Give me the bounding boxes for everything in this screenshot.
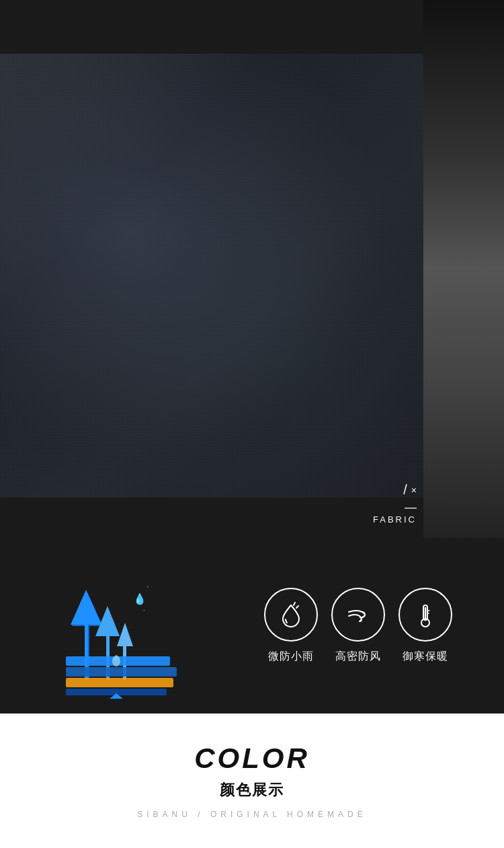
rain-icon [276,600,306,629]
fabric-label-decoration: / × [373,482,417,498]
color-title: COLOR [194,742,310,775]
features-svg: 💧 · · [52,552,200,700]
fabric-section: / × — FABRIC [0,0,504,538]
fabric-layers-illustration: 💧 · · [52,552,200,700]
fabric-texture-main [0,54,430,498]
feature-icons-group: 微防小雨 高密防风 [264,588,452,664]
color-subtitle: 颜色展示 [220,780,284,800]
warm-icon-circle [398,588,452,642]
feature-item-wind: 高密防风 [331,588,385,664]
wind-icon-circle [331,588,385,642]
fabric-label: / × — FABRIC [373,482,417,525]
svg-text:·: · [143,607,145,614]
thermometer-icon [411,600,440,629]
feature-item-rain: 微防小雨 [264,588,318,664]
brand-text: SIBANU / ORIGINAL HOMEMADE [137,810,367,819]
fabric-dash: — [373,500,417,514]
fabric-texture-side [423,0,504,538]
svg-text:💧: 💧 [133,592,146,605]
fabric-text: FABRIC [373,514,417,525]
warm-label: 御寒保暖 [403,650,448,664]
features-section: 💧 · · [0,538,504,714]
color-section: COLOR 颜色展示 SIBANU / ORIGINAL HOMEMADE [0,714,504,848]
wind-icon [343,600,373,629]
rain-icon-circle [264,588,318,642]
rain-label: 微防小雨 [268,650,314,664]
wind-label: 高密防风 [335,650,381,664]
svg-rect-9 [66,678,173,687]
svg-text:·: · [146,582,149,591]
feature-item-warm: 御寒保暖 [398,588,452,664]
x-icon: × [411,485,417,496]
slash-icon: / [403,482,407,498]
svg-rect-8 [66,667,177,677]
